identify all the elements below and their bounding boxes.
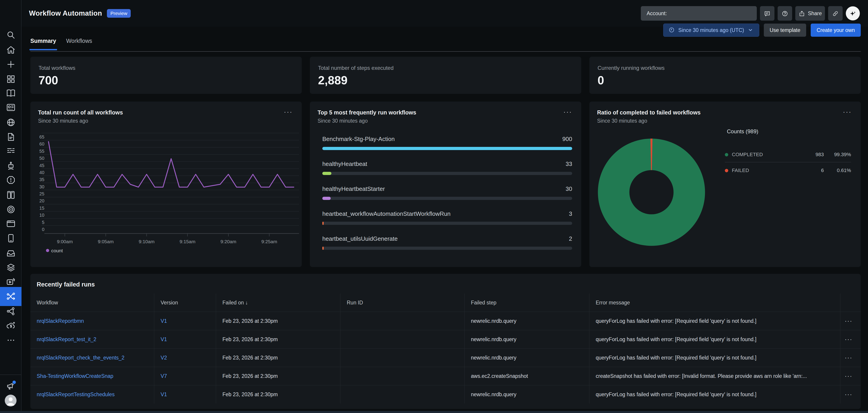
sidebar-item-more[interactable] <box>0 333 22 348</box>
failed-step-cell: newrelic.nrdb.query <box>465 312 589 330</box>
sparkle-icon <box>849 10 856 17</box>
legend-dot <box>725 169 728 172</box>
stat-label: Total workflows <box>38 65 75 71</box>
legend-row-failed[interactable]: FAILED60.61% <box>725 164 851 177</box>
workflow-link[interactable]: nrqlSlackReport_check_the_events_2 <box>37 355 124 361</box>
column-header[interactable]: Failed on ↓ <box>216 294 340 312</box>
create-your-own-button[interactable]: Create your own <box>811 24 861 37</box>
sidebar-item-docs-book[interactable] <box>0 86 22 100</box>
sidebar-item-entity-stack[interactable] <box>0 260 22 275</box>
version-link[interactable]: V2 <box>161 355 167 361</box>
failed-runs-card: Recently failed runs WorkflowVersionFail… <box>30 274 861 409</box>
tab-workflows[interactable]: Workflows <box>66 38 92 50</box>
svg-text:9:00am: 9:00am <box>57 239 73 244</box>
sidebar-nav <box>0 0 22 413</box>
workflow-link[interactable]: nrqlSlackReportbmn <box>37 318 84 324</box>
sidebar-item-inbox[interactable] <box>0 246 22 261</box>
feedback-button[interactable] <box>760 6 774 21</box>
svg-text:9:20am: 9:20am <box>220 239 236 244</box>
chevron-down-icon <box>747 27 754 34</box>
tab-summary[interactable]: Summary <box>30 38 56 50</box>
workflow-link[interactable]: nrqlSlackReport_test_it_2 <box>37 336 96 342</box>
donut-chart <box>598 139 705 246</box>
account-selector[interactable]: Account: <box>641 6 757 21</box>
sidebar-item-documents[interactable] <box>0 130 22 144</box>
stat-label: Total number of steps executed <box>318 65 394 71</box>
row-menu-button[interactable]: ··· <box>840 385 861 404</box>
svg-text:60: 60 <box>39 142 44 146</box>
version-link[interactable]: V1 <box>161 336 167 342</box>
sidebar-item-add[interactable] <box>0 57 22 71</box>
top-bar: Workflow Automation Preview Account: Sha… <box>0 0 868 27</box>
sidebar-item-service-map[interactable] <box>0 304 22 319</box>
svg-text:50: 50 <box>39 156 44 161</box>
svg-text:9:25am: 9:25am <box>261 239 277 244</box>
card-menu-button[interactable]: ··· <box>843 108 852 116</box>
bar-label: healthyHeartbeat <box>322 160 367 168</box>
failed-step-cell: newrelic.nrdb.query <box>465 330 589 348</box>
svg-text:65: 65 <box>39 135 44 139</box>
ai-assistant-button[interactable] <box>846 6 860 21</box>
bar-fill <box>322 222 324 225</box>
run-id-cell <box>340 367 465 385</box>
stat-label: Currently running workflows <box>597 65 664 71</box>
column-header[interactable]: Version <box>154 294 216 312</box>
sidebar-item-dashboards[interactable] <box>0 100 22 115</box>
sidebar-item-ai-assistant[interactable] <box>0 158 22 173</box>
help-button[interactable] <box>778 6 792 21</box>
user-avatar[interactable] <box>5 395 17 407</box>
use-template-button[interactable]: Use template <box>764 24 806 37</box>
sidebar-item-browse-globe[interactable] <box>0 115 22 130</box>
svg-text:45: 45 <box>39 163 44 168</box>
run-id-cell <box>340 330 465 348</box>
sidebar-item-announcements[interactable] <box>0 379 22 393</box>
bar-value: 3 <box>569 210 572 217</box>
sidebar-item-cloud-cost[interactable] <box>0 319 22 333</box>
tab-divider <box>30 51 861 52</box>
bar-fill <box>322 197 331 200</box>
sidebar-item-browser[interactable] <box>0 216 22 231</box>
table-row: nrqlSlackReportTestingSchedulesV1Feb 23,… <box>30 385 861 404</box>
row-menu-button[interactable]: ··· <box>840 367 861 385</box>
failed-runs-table: WorkflowVersionFailed on ↓Run IDFailed s… <box>30 294 861 404</box>
bar-label: heartbeat_workflowAutomationStartWorkflo… <box>322 210 451 217</box>
sidebar-item-home[interactable] <box>0 42 22 57</box>
time-range-picker[interactable]: Since 30 minutes ago (UTC) <box>663 24 759 37</box>
sidebar-item-mobile[interactable] <box>0 231 22 245</box>
stat-value: 2,889 <box>318 73 347 87</box>
svg-text:0: 0 <box>42 227 44 232</box>
table-row: nrqlSlackReport_check_the_events_2V2Feb … <box>30 348 861 367</box>
legend-row-completed[interactable]: COMPLETED98399.39% <box>725 148 851 161</box>
bar-value: 30 <box>566 185 572 193</box>
sidebar-item-apps-grid[interactable] <box>0 72 22 86</box>
share-icon <box>799 10 805 17</box>
bar-value: 900 <box>562 136 572 143</box>
bar-label: healthyHeartbeatStarter <box>322 185 385 193</box>
workflow-link[interactable]: nrqlSlackReportTestingSchedules <box>37 391 115 397</box>
chart-subtitle: Since 30 minutes ago <box>597 118 647 124</box>
row-menu-button[interactable]: ··· <box>840 349 861 367</box>
column-header[interactable]: Workflow <box>30 294 154 312</box>
column-header[interactable]: Error message <box>589 294 840 312</box>
sidebar-item-search[interactable] <box>0 28 22 42</box>
copy-link-button[interactable] <box>828 6 843 21</box>
svg-text:40: 40 <box>39 170 44 175</box>
card-menu-button[interactable]: ··· <box>563 108 572 116</box>
column-header[interactable]: Run ID <box>340 294 465 312</box>
version-link[interactable]: V1 <box>161 318 167 324</box>
row-menu-button[interactable]: ··· <box>840 312 861 330</box>
version-link[interactable]: V1 <box>161 391 167 397</box>
failed-on-cell: Feb 23, 2026 at 2:30pm <box>216 312 340 330</box>
column-header[interactable]: Failed step <box>465 294 589 312</box>
chart-subtitle: Since 30 minutes ago <box>317 118 368 124</box>
sidebar-item-logs[interactable] <box>0 144 22 158</box>
version-link[interactable]: V7 <box>161 373 167 379</box>
workflow-link[interactable]: Sha-TestingWorkflowCreateSnap <box>37 373 113 379</box>
share-button[interactable]: Share <box>795 6 825 21</box>
row-menu-button[interactable]: ··· <box>840 330 861 348</box>
failed-on-cell: Feb 23, 2026 at 2:30pm <box>216 330 340 348</box>
sidebar-item-workflow-automation[interactable] <box>0 287 22 306</box>
sidebar-item-apm[interactable] <box>0 202 22 217</box>
sidebar-item-alerts[interactable] <box>0 173 22 187</box>
sidebar-item-infrastructure[interactable] <box>0 188 22 202</box>
